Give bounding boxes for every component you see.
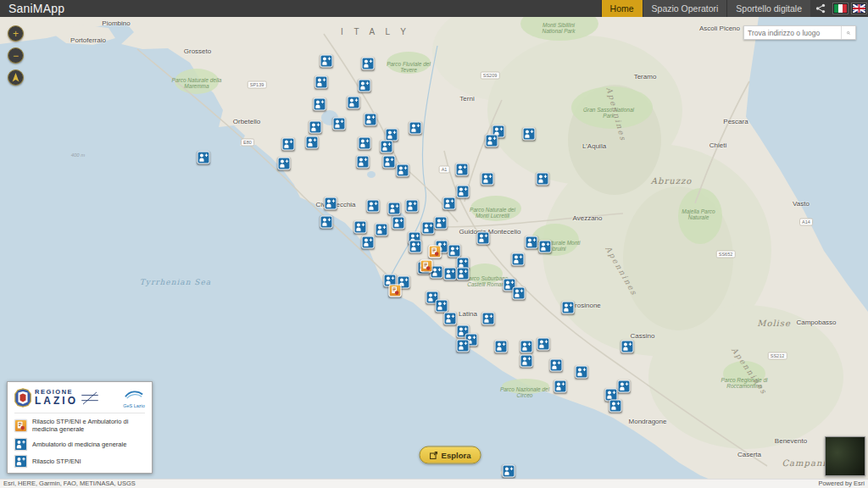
ambulatorio-marker[interactable] (362, 58, 375, 70)
ambulatorio-marker[interactable] (457, 186, 470, 198)
ambulatorio-marker[interactable] (448, 245, 461, 258)
header-spacer (73, 0, 600, 17)
ambulatorio-marker[interactable] (477, 232, 490, 245)
legend-item-stp-ambulatorio: Rilascio STP/ENI e Ambulatorio di medici… (14, 418, 145, 434)
flag-uk-icon[interactable] (849, 0, 868, 17)
ambulatorio-marker[interactable] (320, 216, 333, 229)
ambulatorio-marker[interactable] (495, 341, 508, 353)
map-label-park: Parco Naturale dei Monti Lucretili (466, 207, 519, 219)
ambulatorio-marker[interactable] (383, 156, 396, 169)
map-label-city: L'Aquila (582, 142, 606, 150)
ambulatorio-marker[interactable] (520, 341, 533, 353)
ambulatorio-marker[interactable] (359, 137, 371, 150)
map-canvas[interactable]: I T A L YPiombinoPortoferraioGrossetoOrb… (0, 17, 868, 479)
map-label-city: Latina (459, 310, 477, 318)
ambulatorio-marker[interactable] (609, 400, 622, 413)
search-input[interactable] (744, 26, 841, 39)
ambulatorio-marker[interactable] (357, 156, 370, 169)
ambulatorio-marker[interactable] (314, 98, 326, 111)
map-label-apennines: Apennines (604, 245, 639, 297)
map-label-region: Molise (757, 319, 791, 328)
ambulatorio-marker[interactable] (550, 359, 563, 372)
ambulatorio-marker[interactable] (539, 241, 552, 253)
stp-eni-marker[interactable] (389, 285, 402, 297)
zoom-out-button[interactable]: − (8, 47, 24, 64)
locate-button[interactable] (8, 69, 24, 86)
ambulatorio-marker[interactable] (309, 121, 322, 134)
flag-italy-icon[interactable] (831, 0, 849, 17)
ambulatorio-marker[interactable] (409, 122, 422, 135)
ambulatorio-marker[interactable] (364, 114, 377, 126)
ambulatorio-marker[interactable] (562, 302, 575, 314)
search-button[interactable] (841, 26, 855, 39)
ambulatorio-marker[interactable] (198, 152, 210, 164)
ambulatorio-marker[interactable] (435, 217, 448, 230)
ambulatorio-marker[interactable] (444, 313, 457, 325)
ambulatorio-marker[interactable] (443, 197, 456, 210)
ambulatorio-marker[interactable] (621, 341, 634, 353)
share-icon[interactable] (810, 0, 831, 17)
ambulatorio-marker[interactable] (456, 164, 469, 176)
map-label-city: Avezzano (573, 214, 603, 222)
search-icon (847, 29, 850, 37)
map-label-city: Campobasso (796, 319, 836, 326)
map-label-shield: E80 (241, 139, 254, 147)
ambulatorio-marker[interactable] (354, 221, 367, 234)
legend-item-label: Rilascio STP/ENI e Ambulatorio di medici… (32, 418, 145, 434)
map-label-city: Ascoli Piceno (699, 25, 740, 32)
map-label-city: Grosseto (184, 47, 211, 55)
ambulatorio-marker[interactable] (482, 313, 495, 325)
ambulatorio-marker[interactable] (381, 141, 393, 153)
ambulatorio-marker[interactable] (315, 76, 328, 89)
ambulatorio-marker[interactable] (512, 253, 525, 266)
nav-home[interactable]: Home (601, 0, 643, 17)
ambulatorio-marker[interactable] (367, 200, 380, 213)
ambulatorio-marker[interactable] (457, 268, 470, 280)
nav-sportello-digitale[interactable]: Sportello digitale (726, 0, 810, 17)
ambulatorio-marker[interactable] (618, 380, 631, 393)
ambulatorio-marker[interactable] (376, 224, 388, 236)
ambulatorio-marker[interactable] (520, 355, 533, 368)
ambulatorio-marker[interactable] (526, 236, 538, 249)
ambulatorio-marker[interactable] (503, 465, 515, 478)
ambulatorio-marker[interactable] (576, 366, 588, 379)
ambulatorio-marker[interactable] (325, 197, 337, 210)
ambulatorio-marker[interactable] (333, 118, 346, 130)
ambulatorio-marker[interactable] (436, 300, 448, 313)
stp-eni-marker[interactable] (429, 246, 442, 258)
ambulatorio-marker[interactable] (320, 55, 333, 68)
ambulatorio-marker[interactable] (348, 97, 360, 109)
ambulatorio-marker[interactable] (278, 158, 291, 170)
ambulatorio-marker[interactable] (537, 338, 550, 351)
map-label-city: Terni (459, 95, 474, 103)
map-label-park: Parco Regionale di Roccamonfina (718, 377, 771, 390)
ambulatorio-marker[interactable] (306, 136, 319, 149)
nav-spazio-operatori[interactable]: Spazio Operatori (643, 0, 727, 17)
ambulatorio-marker[interactable] (523, 128, 536, 141)
ambulatorio-marker[interactable] (457, 340, 470, 352)
ambulatorio-marker[interactable] (554, 380, 567, 393)
ambulatorio-marker[interactable] (422, 222, 435, 235)
ambulatorio-marker[interactable] (406, 200, 419, 213)
map-label-region: Abruzzo (651, 176, 692, 186)
regione-lazio-lines-icon (81, 391, 98, 405)
ambulatorio-marker[interactable] (386, 129, 398, 141)
ambulatorio-marker[interactable] (409, 241, 422, 253)
ambulatorio-marker[interactable] (397, 164, 409, 177)
ambulatorio-marker[interactable] (388, 202, 401, 215)
ambulatorio-marker[interactable] (392, 217, 405, 230)
ambulatorio-marker[interactable] (362, 236, 375, 249)
ambulatorio-marker[interactable] (282, 138, 295, 151)
ambulatorio-marker[interactable] (513, 287, 526, 300)
ambulatorio-marker[interactable] (444, 268, 457, 280)
overview-map[interactable] (825, 436, 865, 476)
ambulatorio-marker[interactable] (486, 135, 498, 147)
ambulatorio-marker[interactable] (481, 173, 494, 186)
explore-button[interactable]: Esplora (420, 446, 481, 464)
regione-lazio-emblem-icon (14, 388, 31, 408)
map-label-park: Monti Sibillini National Park (532, 22, 585, 35)
ambulatorio-marker[interactable] (359, 80, 371, 92)
zoom-in-button[interactable]: + (8, 25, 24, 42)
stp-eni-marker[interactable] (420, 260, 433, 273)
ambulatorio-marker[interactable] (537, 173, 549, 186)
